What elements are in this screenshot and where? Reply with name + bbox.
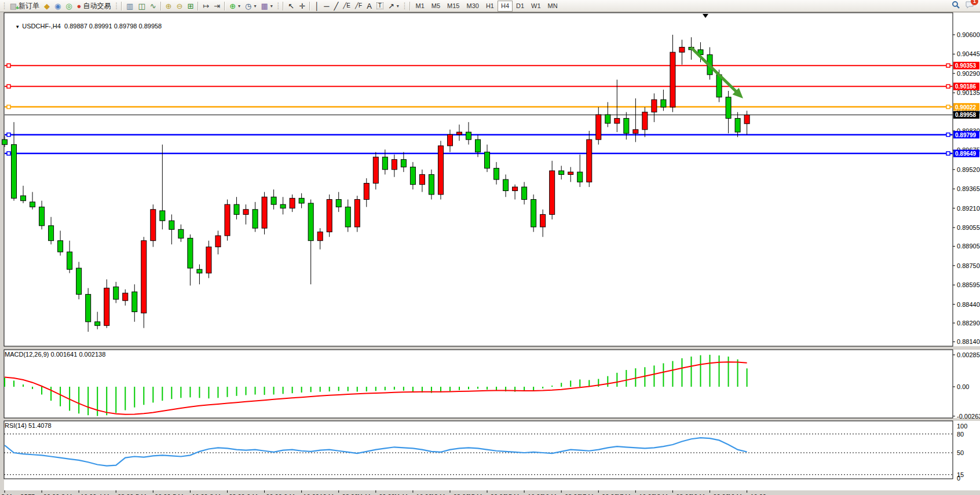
rsi-indicator-label: RSI(14) 51.4078 xyxy=(5,422,52,429)
macd-indicator-label: MACD(12,26,9) 0.001641 0.002138 xyxy=(5,351,105,358)
price-axis[interactable] xyxy=(953,12,980,479)
notification-badge: 1 xyxy=(971,0,978,5)
indicators-button[interactable]: ⊕▾ xyxy=(227,1,243,12)
vline-button[interactable]: │ xyxy=(312,1,321,12)
line-chart-button[interactable]: ∿ xyxy=(148,1,159,12)
new-order-button[interactable]: ▤+ 新订单 xyxy=(8,1,42,12)
channel-icon: ╱E xyxy=(343,3,350,9)
fibo-icon: ╱F xyxy=(355,3,362,9)
search-button[interactable] xyxy=(952,1,960,12)
separator xyxy=(160,2,162,10)
zoom-out-icon: ⊖ xyxy=(177,2,183,10)
autotrade-icon: ● xyxy=(77,2,82,10)
timeframe-m30[interactable]: M30 xyxy=(463,1,482,12)
auto-scroll-button[interactable]: ↦ xyxy=(200,1,211,12)
toolbar-grip[interactable]: ┆ xyxy=(403,2,407,10)
new-order-icon: ▤+ xyxy=(10,2,17,10)
chevron-down-icon: ▾ xyxy=(270,3,273,9)
search-icon xyxy=(952,1,960,9)
timeframe-d1[interactable]: D1 xyxy=(513,1,528,12)
chevron-down-icon: ▾ xyxy=(238,3,240,9)
timeframe-m1[interactable]: M1 xyxy=(412,1,428,12)
toolbar-grip[interactable]: ┆ xyxy=(276,2,280,10)
community-button[interactable]: ◉ xyxy=(52,1,63,12)
chat-button[interactable]: 1 xyxy=(965,1,974,12)
timeframe-h1[interactable]: H1 xyxy=(482,1,498,12)
chart-canvas[interactable]: 0.906000.904450.902900.901350.899800.898… xyxy=(0,12,980,495)
seal-button[interactable]: ◆ xyxy=(42,1,52,12)
hline-button[interactable]: ─ xyxy=(321,1,331,12)
chevron-down-icon: ▾ xyxy=(397,3,399,9)
separator xyxy=(224,2,225,10)
community-icon: ◉ xyxy=(54,2,61,10)
seal-icon: ◆ xyxy=(44,2,50,10)
timeframe-m15[interactable]: M15 xyxy=(444,1,463,12)
line-chart-icon: ∿ xyxy=(150,2,156,10)
new-order-label: 新订单 xyxy=(19,1,39,11)
trendline-button[interactable]: ╱ xyxy=(332,1,341,12)
toolbar-grip[interactable]: ┆ xyxy=(2,2,6,10)
toolbar-grip[interactable]: ┆ xyxy=(114,2,118,10)
label-icon: T xyxy=(376,2,383,9)
indicators-icon: ⊕ xyxy=(229,2,236,10)
chevron-down-icon: ▾ xyxy=(254,3,256,9)
crosshair-icon: ✛ xyxy=(299,2,305,10)
separator xyxy=(283,2,284,10)
separator xyxy=(309,2,310,10)
timeframe-w1[interactable]: W1 xyxy=(528,1,544,12)
chart-shift-button[interactable]: ⇥ xyxy=(211,1,222,12)
trendline-icon: ╱ xyxy=(334,2,339,10)
timeframe-m5[interactable]: M5 xyxy=(428,1,444,12)
separator xyxy=(198,2,199,10)
zoom-in-button[interactable]: ⊕ xyxy=(163,1,174,12)
label-tool-button[interactable]: T xyxy=(374,1,386,12)
fibonacci-button[interactable]: ╱F xyxy=(353,1,364,12)
zoom-in-icon: ⊕ xyxy=(166,2,172,10)
timeframe-mn[interactable]: MN xyxy=(544,1,561,12)
auto-scroll-icon: ↦ xyxy=(203,2,209,10)
bar-chart-icon: ▥ xyxy=(126,2,133,10)
periods-button[interactable]: ◷▾ xyxy=(243,1,258,12)
auto-trading-button[interactable]: ● 自动交易 xyxy=(75,1,114,12)
templates-button[interactable]: ▦▾ xyxy=(258,1,275,12)
candle-chart-icon: ◫ xyxy=(138,2,145,10)
text-icon: A xyxy=(367,2,372,10)
signal-icon: ◎ xyxy=(65,2,72,10)
tile-windows-icon: ⊞ xyxy=(187,2,193,10)
periods-icon: ◷ xyxy=(245,2,251,10)
candle-chart-button[interactable]: ◫ xyxy=(136,1,147,12)
channel-button[interactable]: ╱E xyxy=(341,1,353,12)
crosshair-button[interactable]: ✛ xyxy=(297,1,308,12)
separator xyxy=(409,2,411,10)
arrows-tool-button[interactable]: ↗▾ xyxy=(386,1,401,12)
mt4-window: ┆ ▤+ 新订单 ◆ ◉ ◎ ● 自动交易 ┆ ▥ ◫ ∿ ⊕ ⊖ ⊞ ↦ ⇥ … xyxy=(0,0,980,495)
cursor-button[interactable]: ↖ xyxy=(286,1,297,12)
symbol-period-label: USDCHF-,H4 xyxy=(22,23,61,30)
auto-trading-label: 自动交易 xyxy=(83,1,111,11)
text-tool-button[interactable]: A xyxy=(364,1,374,12)
separator xyxy=(121,2,122,10)
vline-icon: │ xyxy=(315,2,319,10)
cursor-icon: ↖ xyxy=(288,2,294,10)
time-axis[interactable] xyxy=(0,479,980,490)
bar-chart-button[interactable]: ▥ xyxy=(124,1,136,12)
chart-shift-icon: ⇥ xyxy=(214,2,220,10)
main-chart-title: ▼USDCHF-,H4 0.89887 0.89991 0.89798 0.89… xyxy=(5,16,162,36)
zoom-out-button[interactable]: ⊖ xyxy=(174,1,185,12)
hline-icon: ─ xyxy=(324,2,329,10)
chart-area[interactable]: 0.906000.904450.902900.901350.899800.898… xyxy=(0,12,980,495)
signal-button[interactable]: ◎ xyxy=(63,1,74,12)
toolbar: ┆ ▤+ 新订单 ◆ ◉ ◎ ● 自动交易 ┆ ▥ ◫ ∿ ⊕ ⊖ ⊞ ↦ ⇥ … xyxy=(0,0,980,12)
collapse-icon[interactable]: ▼ xyxy=(15,24,20,30)
templates-icon: ▦ xyxy=(261,2,268,10)
arrows-icon: ↗ xyxy=(388,2,394,10)
ohlc-values: 0.89887 0.89991 0.89798 0.89958 xyxy=(64,23,162,30)
tile-windows-button[interactable]: ⊞ xyxy=(185,1,196,12)
timeframe-h4[interactable]: H4 xyxy=(498,1,513,12)
